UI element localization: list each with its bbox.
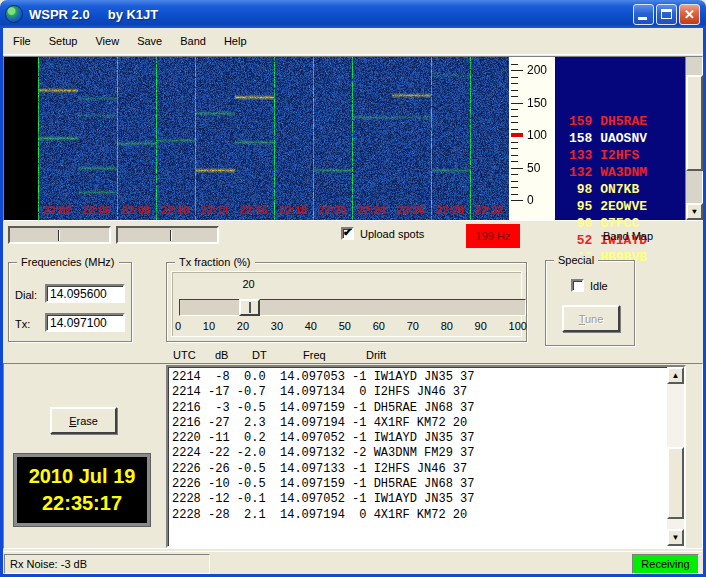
tx-tick-label: 10 — [203, 320, 215, 332]
special-group-title: Special — [554, 254, 598, 266]
tx-frequency-input[interactable] — [45, 313, 125, 332]
tune-button[interactable]: Tune — [562, 305, 620, 332]
ruler-canvas — [509, 57, 555, 220]
bandmap-entry[interactable]: 159 DH5RAE — [569, 113, 700, 130]
special-group: Special Idle Tune — [545, 260, 635, 346]
clock-time: 22:35:17 — [42, 490, 122, 517]
tx-tick-label: 20 — [237, 320, 249, 332]
decode-scrollbar[interactable]: ▲ ▼ — [667, 367, 684, 546]
erase-button[interactable]: Erase — [50, 407, 117, 434]
scroll-down-icon[interactable]: ▼ — [686, 203, 703, 220]
gain-slider-2[interactable] — [116, 226, 219, 244]
menu-view[interactable]: View — [88, 32, 126, 50]
title-bar[interactable]: WSPR 2.0 by K1JT ✕ — [0, 0, 706, 28]
spectrum-panel: ▲ ▼ 159 DH5RAE158 UAOSNV133 I2HFS132 WA3… — [3, 56, 703, 221]
decode-scroll-up-icon[interactable]: ▲ — [667, 367, 684, 384]
erase-label-rest: rase — [76, 415, 97, 427]
maximize-button[interactable] — [656, 4, 677, 25]
status-bar: Rx Noise: -3 dB Receiving — [3, 551, 703, 574]
tx-tick-label: 100 — [509, 320, 527, 332]
tx-fraction-group: Tx fraction (%) 20 010203040506070809010… — [166, 262, 527, 342]
upload-spots-checkbox[interactable]: ✔ — [341, 227, 354, 240]
clock-date: 2010 Jul 19 — [29, 463, 136, 490]
column-header-utc: UTC — [173, 349, 196, 361]
tx-tick-label: 90 — [475, 320, 487, 332]
frequency-ruler — [509, 57, 555, 220]
bandmap-entry[interactable]: 95 2EOWVE — [569, 198, 700, 215]
gain-slider-1-handle[interactable] — [58, 230, 60, 241]
tx-tick-label: 30 — [271, 320, 283, 332]
app-globe-icon — [5, 5, 23, 23]
minimize-icon — [638, 17, 647, 20]
idle-label: Idle — [590, 280, 608, 292]
idle-checkbox[interactable] — [571, 279, 584, 292]
decode-scroll-thumb[interactable] — [667, 447, 684, 519]
tx-tick-label: 40 — [305, 320, 317, 332]
tx-fraction-inner: 20 0102030405060708090100 — [171, 271, 522, 337]
bandmap-scrollbar[interactable]: ▲ ▼ — [685, 57, 702, 220]
clock-display: 2010 Jul 19 22:35:17 — [14, 454, 150, 526]
column-header-dt: DT — [252, 349, 267, 361]
menu-setup[interactable]: Setup — [42, 32, 85, 50]
tx-fraction-value: 20 — [242, 278, 254, 290]
tx-fraction-slider[interactable] — [179, 299, 526, 316]
column-header-drift: Drift — [366, 349, 386, 361]
dial-frequency-input[interactable] — [45, 284, 125, 303]
freq-offset-badge: 199 Hz — [466, 224, 520, 248]
menu-file[interactable]: File — [6, 32, 38, 50]
menu-bar: FileSetupViewSaveBandHelp — [3, 28, 703, 55]
tx-tick-label: 50 — [339, 320, 351, 332]
main-panel: Erase 2010 Jul 19 22:35:17 2214 -8 0.0 1… — [3, 363, 703, 549]
maximize-icon — [661, 9, 672, 19]
tx-tick-label: 70 — [407, 320, 419, 332]
frequencies-group: Frequencies (MHz) Dial: Tx: — [8, 262, 132, 342]
window-title: WSPR 2.0 — [29, 7, 90, 22]
tune-label-rest: une — [585, 313, 603, 325]
column-header-db: dB — [215, 349, 228, 361]
close-icon: ✕ — [680, 5, 699, 24]
tx-fraction-group-title: Tx fraction (%) — [175, 256, 255, 268]
decode-headers: UTCdBDTFreqDrift — [0, 349, 706, 362]
bandmap-entry[interactable]: 132 WA3DNM — [569, 164, 700, 181]
menu-help[interactable]: Help — [217, 32, 254, 50]
bandmap-scroll-thumb[interactable] — [686, 75, 703, 171]
bandmap-entry[interactable]: 158 UAOSNV — [569, 130, 700, 147]
bandmap-entry[interactable]: 98 ON7KB — [569, 181, 700, 198]
tx-tick-label: 80 — [441, 320, 453, 332]
minimize-button[interactable] — [633, 4, 654, 25]
bandmap-entry[interactable]: 133 I2HFS — [569, 147, 700, 164]
window-byline: by K1JT — [108, 7, 159, 22]
bandmap-title: Band Map — [558, 230, 698, 242]
gain-slider-1[interactable] — [8, 226, 111, 244]
dial-label: Dial: — [15, 289, 37, 301]
gain-slider-2-handle[interactable] — [170, 230, 172, 241]
tx-tick-label: 0 — [175, 320, 181, 332]
upload-spots-label: Upload spots — [360, 228, 424, 240]
tx-fraction-slider-handle[interactable] — [239, 299, 260, 316]
frequencies-group-title: Frequencies (MHz) — [17, 256, 119, 268]
menu-band[interactable]: Band — [173, 32, 213, 50]
check-icon: ✔ — [343, 226, 352, 239]
tx-tick-label: 60 — [373, 320, 385, 332]
decode-text: 2214 -8 0.0 14.097053 -1 IW1AYD JN35 37 … — [172, 370, 666, 544]
decode-area[interactable]: 2214 -8 0.0 14.097053 -1 IW1AYD JN35 37 … — [166, 365, 686, 548]
bandmap-list: ▲ ▼ 159 DH5RAE158 UAOSNV133 I2HFS132 WA3… — [555, 57, 702, 220]
tx-label: Tx: — [15, 318, 30, 330]
close-button[interactable]: ✕ — [679, 4, 700, 25]
rx-noise-status: Rx Noise: -3 dB — [4, 554, 210, 574]
wspr-window: WSPR 2.0 by K1JT ✕ FileSetupViewSaveBand… — [0, 0, 706, 577]
column-header-freq: Freq — [303, 349, 326, 361]
receiving-status-badge: Receiving — [632, 554, 699, 574]
menu-save[interactable]: Save — [130, 32, 169, 50]
decode-scroll-down-icon[interactable]: ▼ — [667, 529, 684, 546]
waterfall-canvas[interactable] — [4, 57, 509, 220]
tx-fraction-ticks: 0102030405060708090100 — [175, 320, 527, 332]
